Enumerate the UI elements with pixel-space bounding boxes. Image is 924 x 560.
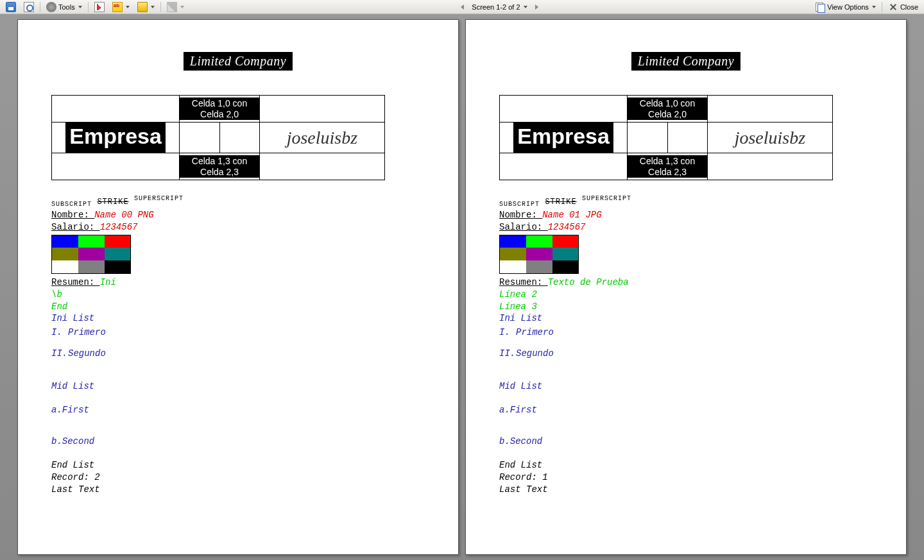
chevron-down-icon — [78, 6, 82, 8]
save-button[interactable] — [3, 0, 19, 14]
screen-label: Screen 1-2 of 2 — [472, 3, 520, 11]
chevron-down-icon — [872, 6, 876, 8]
screen-indicator[interactable]: Screen 1-2 of 2 — [468, 1, 530, 13]
toolbar-left-group: Tools — [3, 0, 187, 14]
page-next-button[interactable] — [532, 3, 542, 12]
pencil-icon — [167, 2, 177, 12]
view-options-label: View Options — [827, 3, 869, 11]
close-label: Close — [900, 3, 918, 11]
print-preview-button[interactable] — [21, 0, 37, 14]
page-prev-button[interactable] — [458, 3, 467, 12]
pages-icon — [815, 2, 825, 12]
tools-label: Tools — [58, 3, 75, 11]
tools-menu-button[interactable]: Tools — [43, 0, 85, 14]
toolbar-separator — [160, 2, 161, 12]
nav-first-icon — [94, 2, 105, 12]
nav-first-button[interactable] — [91, 0, 108, 14]
save-icon — [6, 2, 16, 12]
close-icon — [888, 2, 898, 12]
view-options-button[interactable]: View Options — [812, 0, 879, 14]
folder-icon — [137, 2, 148, 12]
toolbar-center-group: Screen 1-2 of 2 — [189, 1, 811, 13]
chevron-down-icon — [524, 6, 527, 8]
chevron-down-icon — [180, 6, 184, 8]
arrow-right-icon — [535, 4, 538, 10]
open-folder-button[interactable] — [134, 0, 158, 14]
top-toolbar: Tools Screen 1-2 of 2 View Options Close — [0, 0, 924, 14]
gear-icon — [46, 2, 56, 12]
toolbar-separator — [88, 2, 89, 12]
abc-check-icon — [112, 2, 123, 12]
chevron-down-icon — [151, 6, 155, 8]
edit-button[interactable] — [164, 0, 187, 14]
chevron-down-icon — [126, 6, 130, 8]
spellcheck-button[interactable] — [109, 0, 133, 14]
close-button[interactable]: Close — [885, 0, 921, 14]
toolbar-right-group: View Options Close — [812, 0, 921, 14]
magnifier-page-icon — [24, 2, 34, 12]
arrow-left-icon — [461, 4, 464, 10]
toolbar-separator — [882, 2, 882, 12]
toolbar-separator — [40, 2, 40, 12]
